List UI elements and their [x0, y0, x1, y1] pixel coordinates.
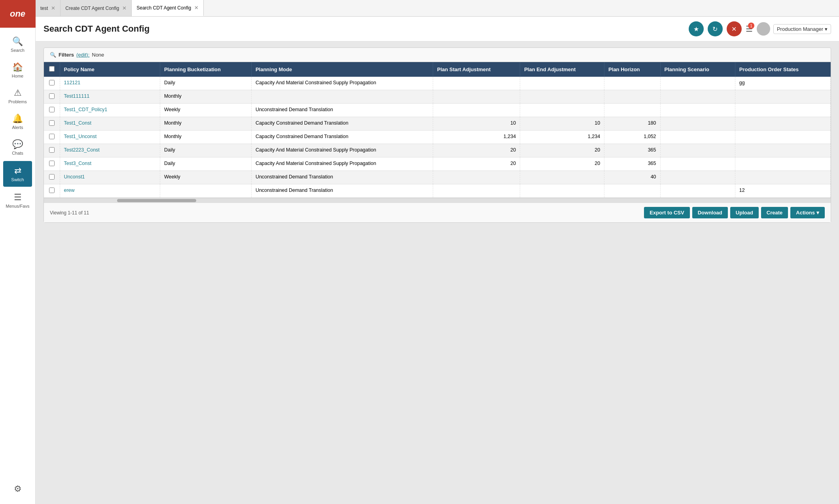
- col-planning-mode: Planning Mode: [251, 62, 433, 77]
- plan-end-cell: [520, 77, 604, 90]
- policy-name-link[interactable]: Test1_Const: [64, 120, 91, 126]
- row-checkbox-cell: [44, 90, 60, 104]
- select-all-checkbox[interactable]: [49, 66, 55, 72]
- policy-name-link[interactable]: Test1_CDT_Policy1: [64, 107, 108, 112]
- avatar: [757, 22, 770, 36]
- policy-name-link[interactable]: Unconst1: [64, 174, 85, 180]
- app-logo[interactable]: one: [0, 0, 36, 28]
- policy-name-link[interactable]: Test111111: [64, 93, 90, 99]
- plan-end-cell: 1,234: [520, 131, 604, 144]
- policy-name-cell: Test111111: [60, 90, 160, 104]
- plan-horizon-cell: [604, 104, 660, 117]
- row-checkbox-cell: [44, 131, 60, 144]
- create-button[interactable]: Create: [761, 207, 788, 218]
- user-dropdown[interactable]: Production Manager ▾: [773, 24, 831, 34]
- sidebar-item-label: Problems: [8, 99, 27, 104]
- actions-button[interactable]: Actions ▾: [790, 207, 825, 218]
- policy-name-link[interactable]: Test1_Unconst: [64, 134, 97, 139]
- policy-name-link[interactable]: 112121: [64, 80, 81, 85]
- plan-horizon-cell: 1,052: [604, 131, 660, 144]
- plan-end-cell: [520, 171, 604, 184]
- close-button[interactable]: ✕: [727, 21, 742, 36]
- tab-search[interactable]: Search CDT Agent Config ✕: [132, 0, 204, 16]
- sidebar-item-label: Menus/Favs: [6, 204, 30, 208]
- tab-test[interactable]: test ✕: [36, 0, 61, 16]
- plan-horizon-cell: 365: [604, 157, 660, 171]
- planning-scenario-cell: [660, 157, 735, 171]
- row-checkbox[interactable]: [49, 174, 55, 180]
- col-plan-start-adjustment: Plan Start Adjustment: [433, 62, 520, 77]
- plan-horizon-cell: 365: [604, 144, 660, 157]
- close-icon[interactable]: ✕: [51, 5, 55, 11]
- scrollbar-thumb[interactable]: [117, 199, 196, 202]
- row-checkbox[interactable]: [49, 107, 55, 112]
- plan-horizon-cell: [604, 77, 660, 90]
- plan-horizon-cell: [604, 90, 660, 104]
- refresh-button[interactable]: ↻: [708, 21, 723, 36]
- sidebar-item-menus[interactable]: ☰ Menus/Favs: [0, 188, 35, 213]
- col-plan-end-adjustment: Plan End Adjustment: [520, 62, 604, 77]
- sidebar-item-home[interactable]: 🏠 Home: [0, 57, 35, 83]
- menu-button[interactable]: ☰ 1: [746, 24, 753, 34]
- planning-scenario-cell: [660, 171, 735, 184]
- close-icon[interactable]: ✕: [122, 5, 127, 11]
- production-order-states-cell: [735, 117, 830, 131]
- horizontal-scrollbar[interactable]: [44, 198, 831, 203]
- row-checkbox[interactable]: [49, 161, 55, 166]
- filter-edit-link[interactable]: (edit):: [76, 52, 89, 58]
- production-order-states-cell: [735, 90, 830, 104]
- sidebar-item-search[interactable]: 🔍 Search: [0, 32, 35, 57]
- notification-badge: 1: [748, 23, 754, 29]
- viewing-label: Viewing 1-11 of 11: [50, 210, 89, 216]
- tab-create[interactable]: Create CDT Agent Config ✕: [61, 0, 132, 16]
- row-checkbox[interactable]: [49, 120, 55, 126]
- bucketization-cell: Weekly: [160, 104, 251, 117]
- close-icon[interactable]: ✕: [194, 5, 199, 11]
- table-row: Test3_ConstDailyCapacity And Material Co…: [44, 157, 831, 171]
- row-checkbox[interactable]: [49, 93, 55, 99]
- tab-bar: test ✕ Create CDT Agent Config ✕ Search …: [36, 0, 839, 17]
- export-csv-button[interactable]: Export to CSV: [644, 207, 689, 218]
- chevron-down-icon: ▾: [825, 26, 828, 32]
- star-button[interactable]: ★: [689, 21, 704, 36]
- sidebar-item-switch[interactable]: ⇄ Switch: [3, 161, 32, 187]
- sidebar-item-alerts[interactable]: 🔔 Alerts: [0, 109, 35, 135]
- row-checkbox[interactable]: [49, 147, 55, 153]
- policy-name-cell: Unconst1: [60, 171, 160, 184]
- filter-label: Filters: [59, 52, 74, 58]
- sidebar-item-chats[interactable]: 💬 Chats: [0, 135, 35, 160]
- policy-name-cell: Test1_CDT_Policy1: [60, 104, 160, 117]
- plan-start-cell: 20: [433, 144, 520, 157]
- policy-name-link[interactable]: Test3_Const: [64, 161, 91, 166]
- table-row: Unconst1WeeklyUnconstrained Demand Trans…: [44, 171, 831, 184]
- page-title: Search CDT Agent Config: [44, 24, 150, 34]
- planning-mode-cell: Unconstrained Demand Translation: [251, 184, 433, 198]
- row-checkbox[interactable]: [49, 188, 55, 193]
- logo-text: one: [10, 9, 25, 19]
- user-area: Production Manager ▾: [757, 22, 831, 36]
- policy-name-link[interactable]: Test2223_Const: [64, 147, 100, 153]
- sidebar-item-problems[interactable]: ⚠ Problems: [0, 83, 35, 109]
- upload-button[interactable]: Upload: [730, 207, 759, 218]
- policy-name-cell: erew: [60, 184, 160, 198]
- table-wrapper: Policy Name Planning Bucketization Plann…: [44, 62, 831, 198]
- sidebar-item-settings[interactable]: ⚙: [14, 479, 22, 500]
- plan-end-cell: 10: [520, 117, 604, 131]
- plan-start-cell: 10: [433, 117, 520, 131]
- production-order-states-cell: 12: [735, 184, 830, 198]
- planning-scenario-cell: [660, 131, 735, 144]
- policy-name-cell: Test2223_Const: [60, 144, 160, 157]
- sidebar: one 🔍 Search 🏠 Home ⚠ Problems 🔔 Alerts …: [0, 0, 36, 504]
- planning-mode-cell: Capacity And Material Constrained Supply…: [251, 144, 433, 157]
- download-button[interactable]: Download: [692, 207, 728, 218]
- row-checkbox-cell: [44, 184, 60, 198]
- policy-name-link[interactable]: erew: [64, 188, 75, 193]
- plan-horizon-cell: 180: [604, 117, 660, 131]
- sidebar-item-label: Alerts: [12, 125, 23, 130]
- actions-label: Actions: [796, 210, 815, 216]
- row-checkbox[interactable]: [49, 134, 55, 139]
- policy-name-cell: Test3_Const: [60, 157, 160, 171]
- row-checkbox[interactable]: [49, 80, 55, 85]
- tab-label: Create CDT Agent Config: [65, 6, 119, 11]
- sidebar-item-label: Switch: [11, 177, 24, 182]
